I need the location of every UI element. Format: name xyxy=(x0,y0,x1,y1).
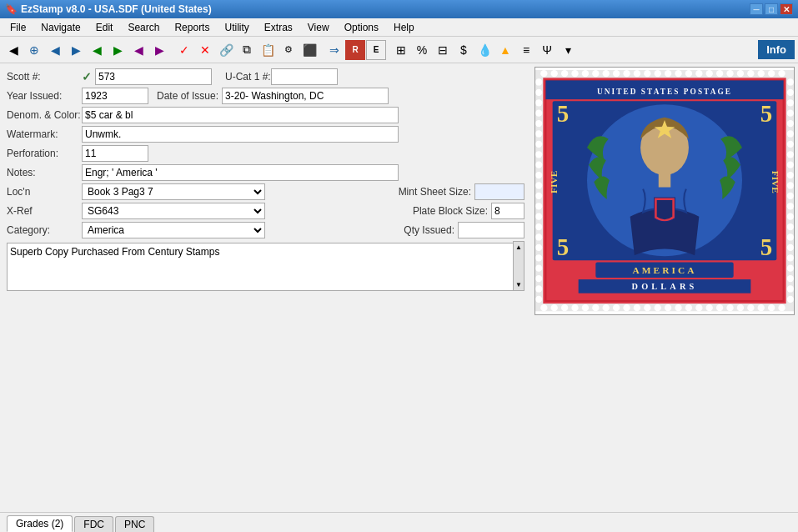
svg-point-42 xyxy=(716,304,723,311)
tab-fdc[interactable]: FDC xyxy=(74,516,113,532)
copy-button[interactable]: ⧉ xyxy=(237,40,257,60)
tab-grades[interactable]: Grades (2) xyxy=(7,515,73,532)
svg-point-31 xyxy=(603,304,610,311)
locn-select[interactable]: Book 3 Pag3 7 xyxy=(82,183,265,200)
stamp-image[interactable]: UNITED STATES POSTAGE xyxy=(535,67,795,315)
tab-bar: Grades (2) FDC PNC xyxy=(0,513,798,532)
year-input[interactable] xyxy=(82,88,148,104)
minimize-button[interactable]: ─ xyxy=(750,3,763,15)
svg-text:FIVE: FIVE xyxy=(770,171,780,193)
svg-point-81 xyxy=(787,183,794,189)
arrow-button[interactable]: ⇒ xyxy=(324,40,344,60)
nav-plus-button[interactable]: ⊕ xyxy=(24,40,44,60)
dropdown-arrow[interactable]: ▾ xyxy=(558,40,578,60)
svg-point-4 xyxy=(571,70,578,77)
nav-right-blue-button[interactable]: ▶ xyxy=(66,40,86,60)
svg-point-44 xyxy=(737,304,744,311)
scott-input[interactable] xyxy=(95,68,212,85)
svg-text:AMERICA: AMERICA xyxy=(632,265,696,275)
remarks-textarea[interactable]: Superb Copy Purchased From Century Stamp… xyxy=(7,243,524,291)
svg-point-15 xyxy=(685,70,692,77)
svg-point-6 xyxy=(592,70,599,77)
mint-sheet-input[interactable] xyxy=(474,183,524,200)
checkmark-red-button[interactable]: ✓ xyxy=(174,40,194,60)
svg-point-14 xyxy=(675,70,681,77)
svg-point-69 xyxy=(535,286,542,293)
svg-point-68 xyxy=(535,275,542,282)
grid2-button[interactable]: ⊟ xyxy=(433,40,453,60)
denom-input[interactable] xyxy=(82,107,399,123)
xref-select[interactable]: SG643 xyxy=(82,203,265,219)
svg-point-27 xyxy=(561,304,568,311)
menu-search[interactable]: Search xyxy=(121,19,166,36)
perf-input[interactable] xyxy=(82,145,148,162)
nav-green-left[interactable]: ◀ xyxy=(87,40,107,60)
bars-button[interactable]: ≡ xyxy=(516,40,536,60)
svg-point-72 xyxy=(787,89,794,96)
nav-left-button[interactable]: ◀ xyxy=(45,40,65,60)
nav-purple-left[interactable]: ◀ xyxy=(128,40,148,60)
svg-point-77 xyxy=(787,141,794,148)
year-field: Date of Issue: xyxy=(82,88,524,104)
menu-help[interactable]: Help xyxy=(387,19,421,36)
xref-row: X-Ref SG643 Plate Block Size: xyxy=(7,203,524,219)
percent-button[interactable]: % xyxy=(412,40,432,60)
nav-purple-right[interactable]: ▶ xyxy=(149,40,169,60)
back-button[interactable]: ◀ xyxy=(3,40,23,60)
water-button[interactable]: 💧 xyxy=(474,40,494,60)
svg-point-55 xyxy=(535,141,542,148)
doi-input[interactable] xyxy=(222,88,389,104)
info-button[interactable]: Info xyxy=(758,40,795,59)
x-red-button[interactable]: ✕ xyxy=(195,40,215,60)
dollar-button[interactable]: $ xyxy=(454,40,474,60)
svg-point-83 xyxy=(787,203,794,209)
scroll-down-btn[interactable]: ▼ xyxy=(515,281,522,289)
watermark-input[interactable] xyxy=(82,126,399,143)
link-button[interactable]: 🔗 xyxy=(216,40,236,60)
maximize-button[interactable]: □ xyxy=(765,3,778,15)
svg-point-56 xyxy=(535,151,542,158)
svg-point-91 xyxy=(787,286,794,293)
notes-input[interactable] xyxy=(82,164,399,181)
watermark-label: Watermark: xyxy=(7,128,82,140)
svg-point-34 xyxy=(634,304,640,311)
svg-point-66 xyxy=(535,254,542,261)
svg-point-28 xyxy=(571,304,578,311)
svg-point-57 xyxy=(535,162,542,168)
svg-point-3 xyxy=(561,70,568,77)
year-label: Year Issued: xyxy=(7,90,82,102)
flag-button[interactable]: ▲ xyxy=(495,40,515,60)
tool2-button[interactable]: ⬛ xyxy=(299,40,319,60)
svg-point-47 xyxy=(768,304,775,311)
svg-point-30 xyxy=(592,304,599,311)
psi-button[interactable]: Ψ xyxy=(537,40,557,60)
r-button[interactable]: R xyxy=(345,40,365,60)
grid-button[interactable]: ⊞ xyxy=(391,40,411,60)
menu-edit[interactable]: Edit xyxy=(89,19,120,36)
menu-file[interactable]: File xyxy=(3,19,33,36)
plate-block-input[interactable] xyxy=(491,203,524,219)
menu-view[interactable]: View xyxy=(301,19,336,36)
menu-extras[interactable]: Extras xyxy=(258,19,299,36)
scroll-up-btn[interactable]: ▲ xyxy=(515,243,522,251)
svg-point-60 xyxy=(535,193,542,199)
svg-point-20 xyxy=(737,70,744,77)
nav-green-right[interactable]: ▶ xyxy=(108,40,128,60)
e-button[interactable]: E xyxy=(366,40,386,60)
paste-button[interactable]: 📋 xyxy=(258,40,278,60)
category-select[interactable]: America xyxy=(82,222,265,238)
qty-issued-input[interactable] xyxy=(458,222,524,238)
stamp-svg: UNITED STATES POSTAGE xyxy=(535,70,794,311)
svg-point-18 xyxy=(716,70,723,77)
tabs-area: Grades (2) FDC PNC Grade Supplied Val Yo… xyxy=(0,512,798,532)
tool1-button[interactable]: ⚙ xyxy=(279,40,299,60)
tab-pnc[interactable]: PNC xyxy=(115,516,154,532)
menu-options[interactable]: Options xyxy=(338,19,385,36)
menu-navigate[interactable]: Navigate xyxy=(34,19,87,36)
menu-reports[interactable]: Reports xyxy=(168,19,216,36)
ucat-input[interactable] xyxy=(271,68,338,85)
notes-label: Notes: xyxy=(7,167,82,178)
menu-utility[interactable]: Utility xyxy=(218,19,255,36)
svg-point-41 xyxy=(706,304,713,311)
close-button[interactable]: ✕ xyxy=(780,3,793,15)
